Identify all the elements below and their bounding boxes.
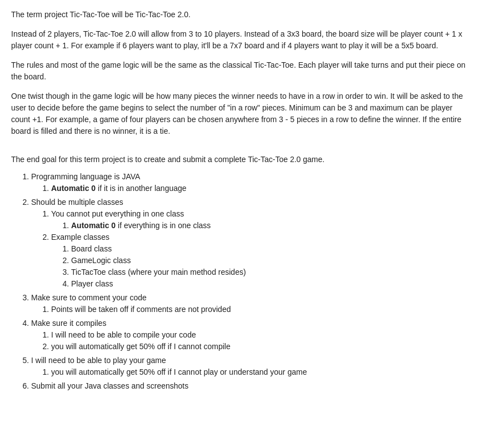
board-class-item: Board class [71,243,469,255]
end-goal-text: The end goal for this term project is to… [11,154,469,165]
paragraph-2: Instead of 2 players, Tic-Tac-Toe 2.0 wi… [11,28,469,52]
sub-list-2: You cannot put everything in one class A… [31,208,469,290]
gamelogic-class-item: GameLogic class [71,255,469,266]
list-item: Automatic 0 if it is in another language [51,183,469,194]
paragraph-3: The rules and most of the game logic wil… [11,59,469,83]
main-list: Programming language is JAVA Automatic 0… [11,171,469,392]
sub-sub-list-2: Board class GameLogic class TicTacToe cl… [51,243,469,290]
list-item-4: Make sure it compiles I will need to be … [31,318,469,353]
sub-list-5: you will automatically get 50% off if I … [31,366,469,378]
list-item-6: Submit all your Java classes and screens… [31,380,469,392]
player-class-item: Player class [71,278,469,290]
list-item: Automatic 0 if everything is in one clas… [71,220,469,231]
sub-sub-list-1: Automatic 0 if everything is in one clas… [51,220,469,231]
list-item: you will automatically get 50% off if I … [51,341,469,353]
list-item: Points will be taken off if comments are… [51,304,469,315]
sub-list-4: I will need to be able to compile your c… [31,329,469,353]
list-item: I will need to be able to compile your c… [51,329,469,341]
sub-list-1: Automatic 0 if it is in another language [31,183,469,194]
list-item: you will automatically get 50% off if I … [51,366,469,378]
list-item-5: I will need to be able to play your game… [31,355,469,378]
list-item: You cannot put everything in one class A… [51,208,469,231]
list-item-2: Should be multiple classes You cannot pu… [31,197,469,290]
paragraph-1: The term project Tic-Tac-Toe will be Tic… [11,9,469,21]
paragraph-4: One twist though in the game logic will … [11,90,469,137]
page-content: The term project Tic-Tac-Toe will be Tic… [11,9,469,392]
sub-list-3: Points will be taken off if comments are… [31,304,469,315]
list-item-1: Programming language is JAVA Automatic 0… [31,171,469,194]
list-item-3: Make sure to comment your code Points wi… [31,292,469,315]
list-item: Example classes Board class GameLogic cl… [51,231,469,290]
tictactoe-class-item: TicTacToe class (where your main method … [71,266,469,278]
